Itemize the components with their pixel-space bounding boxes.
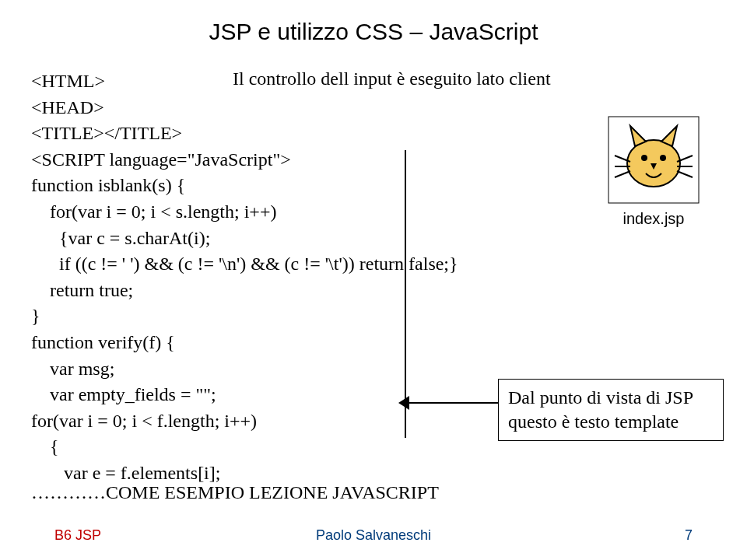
code-line: for(var i = 0; i < f.length; i++) — [31, 408, 498, 435]
example-line: …………COME ESEMPIO LEZIONE JAVASCRIPT — [31, 482, 439, 503]
code-line: function verify(f) { — [31, 330, 498, 356]
footer-center: Paolo Salvaneschi — [0, 527, 747, 544]
callout-line: Dal punto di vista di JSP — [508, 386, 714, 410]
code-line: <HEAD> — [31, 95, 498, 121]
annotation-arrow-head-icon — [398, 396, 409, 410]
code-line: <TITLE></TITLE> — [31, 121, 498, 147]
tomcat-icon — [607, 115, 700, 205]
code-line: <HTML> — [31, 68, 498, 95]
code-line: { — [31, 434, 498, 460]
footer-page-number: 7 — [685, 527, 693, 544]
code-block: <HTML> <HEAD> <TITLE></TITLE> <SCRIPT la… — [31, 68, 498, 487]
callout-box: Dal punto di vista di JSP questo è testo… — [498, 379, 724, 441]
code-line: <SCRIPT language="JavaScript"> — [31, 147, 498, 173]
code-line: var msg; — [31, 356, 498, 383]
annotation-arrow-line — [405, 402, 498, 404]
svg-point-5 — [660, 155, 666, 161]
code-line: if ((c != ' ') && (c != '\n') && (c != '… — [31, 251, 498, 278]
callout-line: questo è testo template — [508, 410, 714, 434]
code-line: function isblank(s) { — [31, 173, 498, 199]
annotation-line-vertical — [405, 150, 406, 438]
page-title: JSP e utilizzo CSS – JavaScript — [0, 19, 747, 45]
icon-label: index.jsp — [599, 210, 708, 228]
code-line: } — [31, 303, 498, 330]
footer: B6 JSP Paolo Salvaneschi 7 — [0, 527, 747, 546]
code-line: for(var i = 0; i < s.length; i++) — [31, 199, 498, 226]
code-line: return true; — [31, 278, 498, 304]
code-line: var empty_fields = ""; — [31, 382, 498, 408]
svg-point-4 — [641, 155, 647, 161]
code-line: {var c = s.charAt(i); — [31, 226, 498, 252]
